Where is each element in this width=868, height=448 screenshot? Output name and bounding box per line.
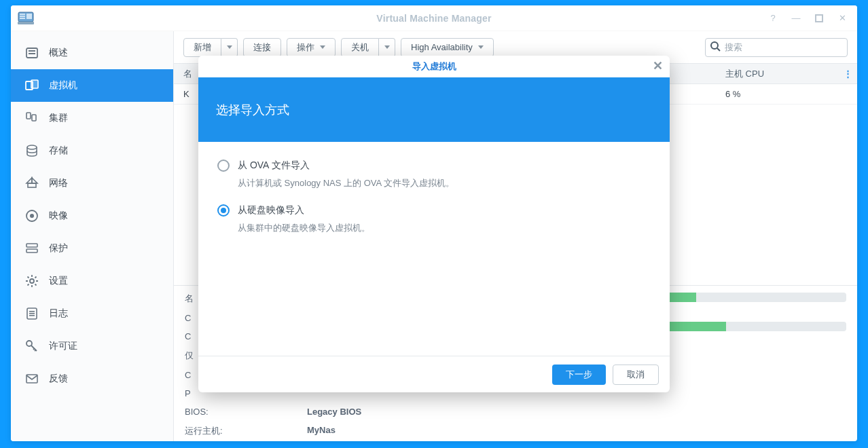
sidebar-item-network[interactable]: 网络 — [11, 167, 173, 200]
svg-rect-13 — [32, 115, 36, 121]
sidebar-item-cluster[interactable]: 集群 — [11, 102, 173, 134]
dialog-banner: 选择导入方式 — [198, 77, 670, 142]
chevron-down-icon — [384, 45, 390, 49]
sidebar-item-label: 日志 — [49, 307, 68, 320]
sidebar-item-image[interactable]: 映像 — [11, 200, 173, 232]
column-cpu[interactable]: 主机 CPU — [716, 68, 838, 80]
sidebar-item-overview[interactable]: 概述 — [11, 37, 173, 69]
radio-icon — [217, 204, 230, 217]
chevron-down-icon — [478, 45, 484, 49]
detail-value: Legacy BIOS — [307, 407, 361, 417]
svg-point-17 — [30, 214, 34, 218]
detail-key: 运行主机: — [185, 425, 293, 437]
svg-rect-9 — [29, 53, 35, 54]
svg-rect-18 — [26, 244, 37, 247]
column-menu-button[interactable]: ⋮ — [838, 69, 857, 79]
add-button[interactable]: 新增 — [183, 38, 221, 57]
svg-rect-19 — [26, 249, 37, 253]
sidebar-item-label: 虚拟机 — [49, 79, 77, 92]
minimize-button[interactable]: — — [788, 10, 804, 26]
sidebar-item-settings[interactable]: 设置 — [11, 265, 173, 297]
log-icon — [24, 306, 39, 321]
dialog-titlebar: 导入虚拟机 ✕ — [198, 56, 670, 77]
sidebar-item-label: 概述 — [49, 47, 68, 59]
vm-icon — [24, 78, 39, 93]
radio-icon — [217, 160, 230, 172]
radio-description: 从计算机或 Synology NAS 上的 OVA 文件导入虚拟机。 — [238, 177, 651, 189]
sidebar-item-label: 网络 — [49, 177, 68, 189]
titlebar: Virtual Machine Manager ? — ✕ — [11, 5, 857, 31]
close-button[interactable]: ✕ — [834, 10, 850, 26]
help-button[interactable]: ? — [765, 10, 781, 26]
sidebar-item-label: 集群 — [49, 112, 68, 124]
sidebar-item-protection[interactable]: 保护 — [11, 232, 173, 265]
maximize-button[interactable] — [811, 10, 827, 26]
mail-icon — [24, 371, 39, 386]
cluster-icon — [24, 111, 39, 126]
shield-icon — [24, 241, 39, 256]
svg-point-27 — [711, 42, 718, 49]
image-icon — [24, 208, 39, 223]
sidebar-item-label: 映像 — [49, 210, 68, 222]
svg-rect-24 — [29, 315, 35, 316]
sidebar-item-label: 设置 — [49, 275, 68, 287]
cell-cpu: 6 % — [716, 89, 838, 99]
next-button[interactable]: 下一步 — [552, 365, 606, 385]
network-icon — [24, 176, 39, 191]
sidebar: 概述 虚拟机 集群 存储 网络 映像 — [11, 31, 174, 441]
svg-point-20 — [30, 279, 34, 283]
search-input[interactable] — [721, 39, 843, 56]
svg-rect-23 — [29, 313, 35, 314]
detail-value: MyNas — [307, 425, 361, 437]
svg-rect-15 — [28, 183, 36, 187]
sidebar-item-label: 存储 — [49, 145, 68, 157]
svg-rect-3 — [20, 18, 25, 19]
app-icon — [18, 12, 34, 25]
chevron-down-icon — [227, 45, 232, 49]
action-label: 操作 — [297, 41, 314, 54]
key-icon — [24, 339, 39, 354]
overview-icon — [24, 45, 39, 60]
add-dropdown-caret[interactable] — [221, 38, 238, 57]
connect-button[interactable]: 连接 — [243, 38, 281, 57]
svg-rect-6 — [816, 15, 822, 22]
ha-button[interactable]: High Availability — [401, 38, 494, 57]
detail-key: BIOS: — [185, 407, 293, 417]
power-button[interactable]: 关机 — [341, 38, 379, 57]
gear-icon — [24, 274, 39, 288]
sidebar-item-feedback[interactable]: 反馈 — [11, 362, 173, 395]
import-vm-dialog: 导入虚拟机 ✕ 选择导入方式 从 OVA 文件导入 从计算机或 Synology… — [198, 56, 670, 392]
svg-rect-2 — [20, 16, 25, 17]
svg-point-14 — [27, 145, 37, 149]
sidebar-item-vm[interactable]: 虚拟机 — [11, 69, 173, 102]
dialog-close-button[interactable]: ✕ — [653, 60, 663, 72]
dialog-title: 导入虚拟机 — [412, 60, 456, 73]
import-option-ova[interactable]: 从 OVA 文件导入 — [217, 160, 651, 172]
svg-point-25 — [26, 341, 32, 346]
svg-rect-11 — [31, 80, 38, 88]
sidebar-item-label: 许可证 — [49, 340, 77, 352]
radio-label: 从硬盘映像导入 — [238, 204, 304, 217]
action-button[interactable]: 操作 — [287, 38, 336, 57]
radio-label: 从 OVA 文件导入 — [238, 160, 310, 172]
svg-rect-12 — [26, 113, 31, 119]
svg-rect-22 — [29, 311, 35, 312]
search-icon — [710, 41, 721, 54]
sidebar-item-label: 反馈 — [49, 373, 68, 385]
svg-rect-1 — [20, 14, 25, 15]
svg-rect-5 — [18, 22, 34, 24]
dialog-footer: 下一步 取消 — [198, 356, 670, 392]
sidebar-item-log[interactable]: 日志 — [11, 297, 173, 330]
radio-description: 从集群中的硬盘映像导入虚拟机。 — [238, 222, 651, 234]
sidebar-item-license[interactable]: 许可证 — [11, 330, 173, 362]
svg-rect-4 — [26, 14, 32, 19]
cancel-button[interactable]: 取消 — [613, 365, 659, 385]
sidebar-item-label: 保护 — [49, 242, 68, 255]
import-option-disk-image[interactable]: 从硬盘映像导入 — [217, 204, 651, 217]
power-dropdown-caret[interactable] — [379, 38, 395, 57]
search-box[interactable] — [705, 38, 848, 57]
svg-rect-8 — [29, 50, 35, 52]
window-title: Virtual Machine Manager — [376, 13, 491, 24]
dialog-body: 从 OVA 文件导入 从计算机或 Synology NAS 上的 OVA 文件导… — [198, 142, 670, 356]
sidebar-item-storage[interactable]: 存储 — [11, 134, 173, 167]
